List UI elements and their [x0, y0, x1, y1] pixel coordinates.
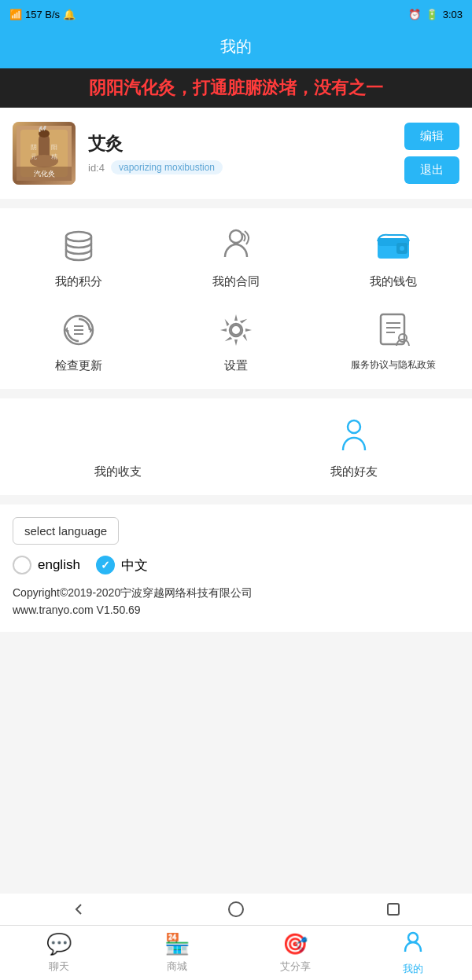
- status-bar: 📶 157 B/s 🔔 ⏰ 🔋 3:03: [0, 0, 472, 28]
- shop-icon: 🏪: [164, 932, 190, 956]
- menu-item-update[interactable]: 检查更新: [0, 308, 157, 373]
- svg-point-16: [400, 246, 404, 251]
- profile-section: 阴 阳 元 精 汽化灸 艾灸 id:4 vaporizing moxibusti…: [0, 108, 472, 199]
- radio-chinese[interactable]: [96, 556, 115, 574]
- contract-icon: [214, 224, 258, 268]
- svg-text:阳: 阳: [51, 144, 57, 151]
- avatar-image: 阴 阳 元 精 汽化灸: [17, 126, 72, 181]
- profile-badge: vaporizing moxibustion: [111, 160, 223, 174]
- page-header: 我的: [0, 28, 472, 68]
- speed-indicator: 157 B/s: [25, 9, 60, 20]
- page-title: 我的: [220, 38, 252, 55]
- menu-item-wallet[interactable]: 我的钱包: [315, 224, 472, 289]
- menu-label-wallet: 我的钱包: [370, 274, 417, 289]
- menu-label-policy: 服务协议与隐私政策: [351, 358, 436, 372]
- copyright: Copyright©2019-2020宁波穿越网络科技有限公司 www.tran…: [13, 584, 459, 619]
- system-nav: [0, 894, 472, 925]
- menu-item-contract[interactable]: 我的合同: [157, 224, 315, 289]
- copyright-line2: www.tranyo.com V1.50.69: [13, 601, 459, 618]
- database-icon: [57, 224, 101, 268]
- status-right: ⏰ 🔋 3:03: [408, 9, 463, 20]
- svg-point-11: [66, 232, 91, 241]
- radio-english[interactable]: [13, 556, 31, 574]
- menu-section-2: 💵 我的收支 我的好友: [0, 398, 472, 495]
- menu-item-friends[interactable]: 我的好友: [236, 414, 472, 479]
- avatar: 阴 阳 元 精 汽化灸: [13, 122, 76, 185]
- menu-item-income[interactable]: 💵 我的收支: [0, 414, 236, 479]
- chat-icon: 💬: [46, 932, 72, 956]
- lang-option-english[interactable]: english: [13, 556, 80, 574]
- battery-icon: 🔋: [426, 9, 438, 20]
- status-left: 📶 157 B/s 🔔: [9, 9, 76, 20]
- alarm-icon: ⏰: [408, 9, 421, 20]
- update-icon: [57, 308, 101, 352]
- nav-item-chat[interactable]: 💬 聊天: [0, 926, 118, 980]
- menu-item-settings[interactable]: 设置: [157, 308, 315, 373]
- signal-icon: 📶: [9, 9, 22, 20]
- money-icon: 💵: [96, 414, 140, 458]
- bottom-nav: 💬 聊天 🏪 商城 🎯 艾分享 我的: [0, 925, 472, 980]
- wallet-icon: [371, 224, 415, 268]
- friends-icon: [332, 414, 376, 458]
- language-section: select language english 中文 Copyright©201…: [0, 505, 472, 632]
- policy-icon: [371, 308, 415, 352]
- svg-point-32: [229, 902, 243, 916]
- nav-label-share: 艾分享: [280, 960, 311, 974]
- nav-item-mine[interactable]: 我的: [354, 926, 472, 980]
- svg-text:精: 精: [51, 153, 57, 160]
- profile-id: id:4: [88, 162, 105, 174]
- nav-label-chat: 聊天: [49, 960, 69, 974]
- svg-text:元: 元: [31, 153, 37, 160]
- language-options: english 中文: [13, 556, 459, 574]
- recents-button[interactable]: [382, 897, 405, 921]
- lang-label-english: english: [38, 557, 80, 573]
- menu-label-points: 我的积分: [55, 274, 102, 289]
- svg-point-12: [230, 230, 242, 243]
- lang-label-chinese: 中文: [121, 556, 148, 574]
- profile-tags: id:4 vaporizing moxibustion: [88, 160, 392, 174]
- time-display: 3:03: [443, 9, 463, 20]
- svg-point-31: [348, 420, 360, 433]
- lang-option-chinese[interactable]: 中文: [96, 556, 148, 574]
- share-icon: 🎯: [282, 932, 308, 956]
- menu-label-friends: 我的好友: [330, 464, 378, 479]
- menu-section-1: 我的积分 我的合同: [0, 208, 472, 389]
- svg-point-24: [231, 325, 241, 335]
- menu-label-settings: 设置: [224, 358, 248, 373]
- svg-text:阴: 阴: [31, 144, 37, 151]
- menu-grid-1: 我的积分 我的合同: [0, 224, 472, 373]
- nav-item-shop[interactable]: 🏪 商城: [118, 926, 236, 980]
- notification-icon: 🔔: [63, 9, 76, 20]
- profile-info: 艾灸 id:4 vaporizing moxibustion: [88, 132, 392, 174]
- menu-grid-2: 💵 我的收支 我的好友: [0, 414, 472, 479]
- edit-button[interactable]: 编辑: [404, 123, 459, 150]
- svg-text:💵: 💵: [99, 418, 140, 457]
- nav-label-shop: 商城: [167, 960, 187, 974]
- logout-button[interactable]: 退出: [404, 156, 459, 184]
- nav-label-mine: 我的: [403, 962, 423, 976]
- menu-label-update: 检查更新: [55, 358, 102, 373]
- settings-icon: [214, 308, 258, 352]
- nav-item-share[interactable]: 🎯 艾分享: [236, 926, 354, 980]
- back-button[interactable]: [67, 897, 90, 921]
- language-select-box[interactable]: select language: [13, 517, 119, 545]
- mine-icon: [401, 930, 425, 959]
- svg-text:汽化灸: 汽化灸: [34, 170, 55, 178]
- profile-name: 艾灸: [88, 132, 392, 156]
- profile-actions: 编辑 退出: [404, 123, 459, 184]
- menu-label-contract: 我的合同: [212, 274, 260, 289]
- promo-banner: 阴阳汽化灸，打通脏腑淤堵，没有之一: [0, 68, 472, 108]
- menu-item-policy[interactable]: 服务协议与隐私政策: [315, 308, 472, 373]
- menu-item-points[interactable]: 我的积分: [0, 224, 157, 289]
- svg-rect-33: [388, 904, 399, 915]
- copyright-line1: Copyright©2019-2020宁波穿越网络科技有限公司: [13, 584, 459, 601]
- home-button[interactable]: [224, 897, 248, 921]
- banner-text: 阴阳汽化灸，打通脏腑淤堵，没有之一: [89, 78, 383, 97]
- menu-label-income: 我的收支: [94, 464, 142, 479]
- svg-point-34: [408, 933, 418, 942]
